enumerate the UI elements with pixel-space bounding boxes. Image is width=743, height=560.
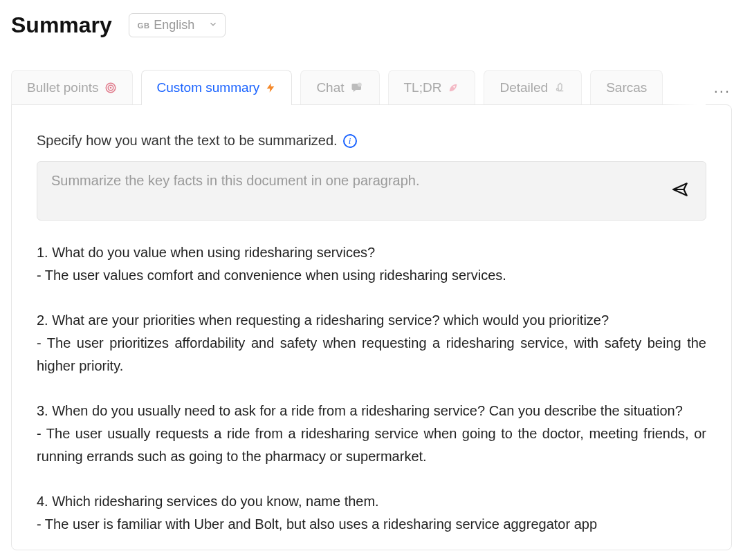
instruction-row: Specify how you want the text to be summ… — [37, 133, 706, 149]
prompt-input[interactable] — [51, 173, 668, 209]
tab-custom-summary[interactable]: Custom summary — [141, 70, 293, 105]
header: Summary GB English — [0, 0, 743, 45]
microscope-icon — [553, 82, 566, 94]
answer-text: - The user values comfort and convenienc… — [37, 264, 706, 287]
qa-item: 2. What are your priorities when request… — [37, 309, 706, 377]
send-icon — [671, 189, 689, 200]
instruction-text: Specify how you want the text to be summ… — [37, 133, 338, 149]
summary-panel: Specify how you want the text to be summ… — [11, 104, 732, 550]
tabs-container: Bullet points Custom summary Chat TL;DR — [11, 70, 732, 105]
question-text: 2. What are your priorities when request… — [37, 309, 706, 332]
tab-label: Sarcas — [606, 80, 647, 95]
tab-chat[interactable]: Chat — [300, 70, 379, 105]
prompt-box — [37, 161, 706, 221]
tab-label: TL;DR — [404, 80, 442, 95]
tab-bullet-points[interactable]: Bullet points — [11, 70, 133, 105]
tab-label: Chat — [316, 80, 344, 95]
tab-detailed[interactable]: Detailed — [484, 70, 582, 105]
tabs-more-button[interactable]: ··· — [714, 82, 731, 100]
qa-item: 4. Which ridesharing services do you kno… — [37, 490, 706, 536]
page-title: Summary — [11, 12, 112, 38]
language-dropdown[interactable]: GB English — [129, 13, 226, 37]
chevron-down-icon — [208, 18, 218, 32]
language-code: GB — [138, 21, 150, 30]
qa-item: 1. What do you value when using rideshar… — [37, 241, 706, 287]
chat-icon — [350, 82, 364, 94]
bolt-icon — [265, 82, 276, 94]
answer-text: - The user usually requests a ride from … — [37, 422, 706, 468]
question-text: 3. When do you usually need to ask for a… — [37, 400, 706, 422]
language-label: English — [154, 18, 194, 32]
tab-label: Custom summary — [157, 80, 260, 95]
tab-label: Detailed — [499, 80, 548, 95]
qa-item: 3. When do you usually need to ask for a… — [37, 400, 706, 468]
question-text: 4. Which ridesharing services do you kno… — [37, 490, 706, 513]
tab-sarcastic[interactable]: Sarcas — [590, 70, 663, 105]
question-text: 1. What do you value when using rideshar… — [37, 241, 706, 264]
svg-point-4 — [454, 86, 455, 87]
svg-point-2 — [109, 87, 111, 89]
info-icon[interactable]: i — [343, 134, 357, 148]
send-button[interactable] — [668, 178, 692, 204]
summary-content: 1. What do you value when using rideshar… — [37, 241, 706, 536]
tabs: Bullet points Custom summary Chat TL;DR — [11, 70, 732, 105]
tab-label: Bullet points — [27, 80, 99, 95]
answer-text: - The user is familiar with Uber and Bol… — [37, 513, 706, 536]
svg-point-5 — [557, 88, 559, 91]
svg-point-3 — [357, 83, 361, 87]
rocket-icon — [447, 82, 459, 94]
answer-text: - The user prioritizes affordability and… — [37, 332, 706, 377]
target-icon — [104, 82, 117, 94]
tab-tldr[interactable]: TL;DR — [388, 70, 476, 105]
